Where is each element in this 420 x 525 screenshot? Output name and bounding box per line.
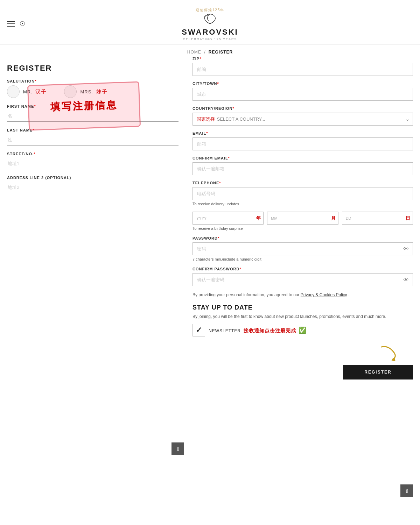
birthday-field-group: 年 月 日 To receive a birthday surprise — [192, 212, 413, 230]
radio-mrs[interactable]: MRS. 妹子 — [64, 85, 107, 98]
page-content: REGISTER SALUTATION* MR. 汉子 MRS. — [0, 57, 420, 393]
stay-desc: By joining, you will be the first to kno… — [192, 313, 413, 320]
last-name-label: LAST NAME* — [7, 128, 178, 132]
radio-mr-circle[interactable] — [7, 85, 20, 98]
telephone-field-group: TELEPHONE* To receive delivery updates — [192, 181, 413, 206]
stay-title: STAY UP TO DATE — [192, 304, 413, 311]
breadcrumb-current: REGISTER — [209, 50, 233, 55]
city-input[interactable] — [192, 88, 413, 101]
arrow-icon — [378, 343, 399, 361]
arrow-annotation — [192, 343, 413, 362]
telephone-input[interactable] — [192, 187, 413, 200]
salutation-label: SALUTATION* — [7, 79, 178, 83]
swan-logo-icon — [201, 13, 219, 26]
mrs-cn-label: 妹子 — [96, 88, 107, 94]
birthday-month-input[interactable] — [267, 212, 338, 225]
left-column: REGISTER SALUTATION* MR. 汉子 MRS. — [7, 57, 178, 379]
day-cn-label: 日 — [406, 215, 410, 221]
newsletter-label: NEWSLETTER 接收通知点击注册完成 ✅ — [209, 326, 307, 334]
email-label: EMAIL* — [192, 131, 413, 135]
newsletter-checkbox[interactable]: ✓ — [192, 324, 205, 336]
password-input[interactable] — [192, 242, 413, 255]
logo-area: 迎创辉煌125年 SWAROVSKI CELEBRATING 125 YEARS — [182, 6, 238, 41]
hamburger-menu-icon[interactable] — [7, 21, 15, 27]
year-cn-label: 年 — [256, 215, 261, 221]
location-icon[interactable]: ☉ — [20, 20, 25, 28]
address2-field-group: ADDRESS LINE 2 (OPTIONAL) — [7, 176, 178, 193]
mr-cn-label: 汉子 — [35, 88, 47, 94]
newsletter-row: ✓ NEWSLETTER 接收通知点击注册完成 ✅ — [192, 324, 413, 336]
last-name-field-group: LAST NAME* — [7, 128, 178, 146]
telephone-label: TELEPHONE* — [192, 181, 413, 185]
zip-label: ZIP* — [192, 57, 413, 61]
month-cn-label: 月 — [331, 215, 336, 221]
zip-field-group: ZIP* — [192, 57, 413, 76]
address2-input[interactable] — [7, 182, 178, 193]
zip-input[interactable] — [192, 63, 413, 76]
checkmark-icon: ✓ — [196, 326, 202, 335]
header-left-controls: ☉ — [7, 20, 25, 28]
city-label: CITY/TOWN* — [192, 81, 413, 86]
newsletter-emoji: ✅ — [299, 327, 307, 334]
country-label: COUNTRY/REGION* — [192, 106, 413, 111]
mrs-label: MRS. 妹子 — [80, 88, 107, 95]
salutation-options: MR. 汉子 MRS. 妹子 — [7, 85, 178, 98]
right-column: ZIP* CITY/TOWN* COUNTRY/REGION* ⌵ 国家选择 — [192, 57, 413, 379]
stay-up-to-date-section: STAY UP TO DATE By joining, you will be … — [192, 304, 413, 336]
newsletter-cn-label: 接收通知点击注册完成 — [244, 328, 296, 333]
telephone-helper: To receive delivery updates — [192, 202, 413, 206]
mr-label: MR. 汉子 — [23, 88, 47, 95]
password-helper: 7 characters min./include a numeric digi… — [192, 257, 413, 261]
confirm-password-input[interactable] — [192, 273, 413, 286]
breadcrumb: HOME / REGISTER — [0, 45, 420, 57]
first-name-input[interactable] — [7, 111, 178, 122]
birthday-month-field: 月 — [267, 212, 338, 225]
email-input[interactable] — [192, 137, 413, 150]
breadcrumb-home[interactable]: HOME — [187, 50, 201, 55]
confirm-email-field-group: CONFIRM EMAIL* — [192, 156, 413, 175]
password-field-group: PASSWORD* 👁 7 characters min./include a … — [192, 236, 413, 261]
first-name-field-group: 填写注册信息 FIRST NAME* — [7, 104, 178, 122]
register-title: REGISTER — [7, 64, 178, 73]
confirm-password-wrapper: 👁 — [192, 273, 413, 286]
birthday-row: 年 月 日 — [192, 212, 413, 225]
country-select[interactable] — [192, 113, 413, 126]
birthday-day-input[interactable] — [342, 212, 413, 225]
confirm-password-label: CONFIRM PASSWORD* — [192, 267, 413, 271]
password-wrapper: 👁 — [192, 242, 413, 255]
header: ☉ 迎创辉煌125年 SWAROVSKI CELEBRATING 125 YEA… — [0, 0, 420, 45]
birthday-year-field: 年 — [192, 212, 264, 225]
policy-link[interactable]: Privacy & Cookies Policy — [301, 292, 347, 297]
street-label: STREET/NO.* — [7, 152, 178, 156]
confirm-password-eye-icon[interactable]: 👁 — [403, 277, 409, 283]
logo-text: SWAROVSKI — [182, 28, 238, 37]
address2-label: ADDRESS LINE 2 (OPTIONAL) — [7, 176, 178, 180]
first-name-label: FIRST NAME* — [7, 104, 178, 108]
radio-mr[interactable]: MR. 汉子 — [7, 85, 47, 98]
street-field-group: STREET/NO.* — [7, 152, 178, 169]
birthday-helper: To receive a birthday surprise — [192, 226, 413, 230]
radio-mrs-circle[interactable] — [64, 85, 77, 98]
register-button[interactable]: REGISTER — [343, 365, 413, 379]
street-input[interactable] — [7, 158, 178, 169]
policy-text: By providing your personal information, … — [192, 292, 413, 298]
city-field-group: CITY/TOWN* — [192, 81, 413, 101]
breadcrumb-separator: / — [204, 50, 205, 55]
last-name-input[interactable] — [7, 134, 178, 146]
email-field-group: EMAIL* — [192, 131, 413, 150]
password-label: PASSWORD* — [192, 236, 413, 240]
country-field-group: COUNTRY/REGION* ⌵ 国家选择 SELECT A COUNTRY.… — [192, 106, 413, 126]
password-eye-icon[interactable]: 👁 — [403, 246, 409, 252]
confirm-email-label: CONFIRM EMAIL* — [192, 156, 413, 160]
logo-subtitle: CELEBRATING 125 YEARS — [182, 37, 238, 41]
celebrating-banner: 迎创辉煌125年 — [182, 6, 238, 13]
birthday-year-input[interactable] — [192, 212, 264, 225]
salutation-field-group: SALUTATION* MR. 汉子 MRS. 妹子 — [7, 79, 178, 98]
birthday-day-field: 日 — [342, 212, 413, 225]
confirm-email-input[interactable] — [192, 162, 413, 175]
confirm-password-field-group: CONFIRM PASSWORD* 👁 — [192, 267, 413, 286]
country-select-wrapper: ⌵ 国家选择 SELECT A COUNTRY... — [192, 113, 413, 126]
